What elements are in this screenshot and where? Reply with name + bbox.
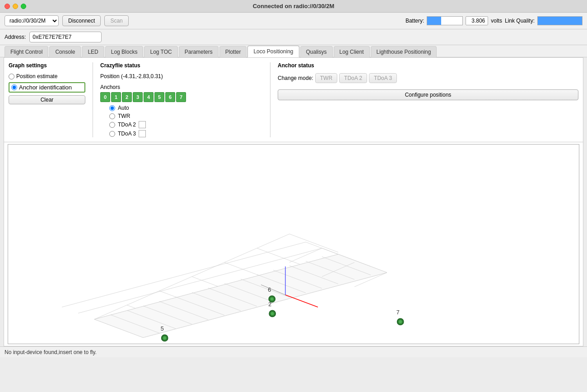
status-message: No input-device found,insert one to fly. [5,349,97,355]
radio-anchor-identification-input[interactable] [11,84,17,90]
toolbar: radio://0/30/2M Disconnect Scan Battery:… [0,13,587,29]
svg-point-46 [399,320,402,323]
mode-tdoa2-label: TDoA 2 [118,121,136,128]
mode-twr-input[interactable] [109,113,115,119]
volts-unit: volts [491,18,502,24]
tab-plotter[interactable]: Plotter [219,46,247,57]
mode-tdoa2-input[interactable] [109,122,115,128]
mode-tdoa3-label: TDoA 3 [118,131,136,137]
toolbar-right: Battery: 3.806 volts Link Quality: [405,16,582,25]
window-title: Connected on radio://0/30/2M [253,3,335,9]
anchor-chip-1[interactable]: 1 [111,92,121,102]
tab-flight-control[interactable]: Flight Control [5,46,48,57]
connection-select[interactable]: radio://0/30/2M [5,15,59,26]
title-bar: Connected on radio://0/30/2M [0,0,587,13]
anchor-6-label: 6 [268,287,271,293]
radio-position-estimate-label: Position estimate [16,73,57,79]
disconnect-button[interactable]: Disconnect [62,15,101,26]
tdoa2-color-box [139,121,146,128]
anchors-row: Anchors 0 1 2 3 4 5 6 7 [100,84,263,102]
tab-parameters[interactable]: Parameters [179,46,219,57]
mode-auto-input[interactable] [109,105,115,111]
radio-position-estimate-input[interactable] [9,74,14,79]
mode-auto[interactable]: Auto [109,105,263,111]
radio-anchor-identification-label: Anchor identification [19,84,72,91]
mode-tdoa3[interactable]: TDoA 3 [109,130,263,137]
main-content: Graph settings Position estimate Anchor … [4,57,583,346]
mode-twr[interactable]: TWR [109,113,263,119]
anchor-status-title: Anchor status [278,62,578,69]
mode-auto-label: Auto [118,105,129,111]
anchor-chip-0[interactable]: 0 [100,92,110,102]
mode-options: Auto TWR TDoA 2 TDoA 3 [109,105,263,137]
change-mode-label: Change mode: [278,75,313,81]
tabs-container: Flight Control Console LED Log Blocks Lo… [0,45,587,57]
tab-lighthouse-positioning[interactable]: Lighthouse Positioning [371,46,437,57]
tab-console[interactable]: Console [49,46,81,57]
svg-point-44 [270,297,274,300]
radio-anchor-identification-box[interactable]: Anchor identification [9,82,85,93]
tdoa3-mode-btn[interactable]: TDoA 3 [369,73,397,83]
configure-positions-btn[interactable]: Configure positions [278,89,578,100]
svg-point-48 [163,336,166,340]
tab-loco-positioning[interactable]: Loco Positioning [247,46,299,57]
fullscreen-button[interactable] [21,4,26,9]
status-bar: No input-device found,insert one to fly. [0,346,587,357]
anchor-7-label: 7 [396,309,400,316]
anchor-chip-4[interactable]: 4 [144,92,154,102]
tab-log-toc[interactable]: Log TOC [144,46,177,57]
address-label: Address: [5,34,26,40]
volts-value: 3.806 [466,16,488,25]
panels-row: Graph settings Position estimate Anchor … [4,58,583,142]
link-quality-bar [537,16,582,25]
tab-log-client[interactable]: Log Client [334,46,370,57]
mode-buttons-row: Change mode: TWR TDoA 2 TDoA 3 [278,73,578,83]
tab-log-blocks[interactable]: Log Blocks [105,46,144,57]
visualization-container: 6 7 5 2 [8,144,579,344]
anchor-chip-5[interactable]: 5 [154,92,164,102]
visualization-svg: 6 7 5 2 [8,145,579,344]
twr-mode-btn[interactable]: TWR [315,73,337,83]
traffic-lights [5,4,26,9]
anchors-label: Anchors [100,84,263,90]
anchor-chip-6[interactable]: 6 [165,92,175,102]
anchor-chips: 0 1 2 3 4 5 6 7 [100,92,263,102]
mode-twr-label: TWR [118,113,130,119]
battery-label: Battery: [405,18,424,24]
svg-rect-0 [33,145,554,344]
crazyflie-status-title: Crazyflie status [100,62,263,69]
tab-led[interactable]: LED [82,46,104,57]
tab-qualisys[interactable]: Qualisys [300,46,333,57]
anchor-chip-3[interactable]: 3 [133,92,143,102]
minimize-button[interactable] [13,4,18,9]
svg-point-50 [271,312,274,315]
position-label: Position [100,73,121,79]
graph-settings-panel: Graph settings Position estimate Anchor … [9,62,85,137]
anchor-chip-7[interactable]: 7 [176,92,186,102]
graph-settings-title: Graph settings [9,62,85,69]
link-quality-label: Link Quality: [505,18,535,24]
address-input[interactable] [29,32,102,42]
battery-fill [427,17,441,25]
position-value: (-4.31,-2.83,0.31) [121,73,163,79]
address-bar: Address: [0,29,587,45]
mode-tdoa2[interactable]: TDoA 2 [109,121,263,128]
tdoa2-mode-btn[interactable]: TDoA 2 [339,73,367,83]
anchor-chip-2[interactable]: 2 [122,92,132,102]
position-display: Position (-4.31,-2.83,0.31) [100,73,263,79]
anchor-2-label: 2 [268,301,271,308]
tdoa3-color-box [139,130,146,137]
clear-button[interactable]: Clear [9,95,85,104]
battery-bar [427,16,463,25]
radio-position-estimate[interactable]: Position estimate [9,73,85,79]
crazyflie-status-panel: Crazyflie status Position (-4.31,-2.83,0… [100,62,263,137]
divider-2 [270,62,270,137]
anchor-status-panel: Anchor status Change mode: TWR TDoA 2 TD… [278,62,578,137]
anchor-5-label: 5 [161,326,164,332]
mode-tdoa3-input[interactable] [109,131,115,137]
divider-1 [93,62,93,137]
scan-button[interactable]: Scan [104,15,128,26]
close-button[interactable] [5,4,10,9]
